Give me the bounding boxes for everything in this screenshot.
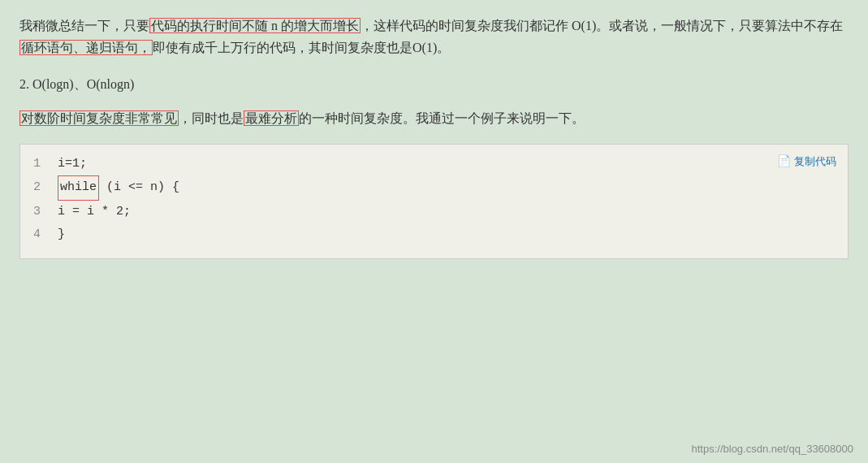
- highlight-log-common: 对数阶时间复杂度非常常见: [19, 110, 179, 126]
- line-num-3: 3: [33, 201, 50, 224]
- highlight-execution-time: 代码的执行时间不随 n 的增大而增长: [149, 18, 361, 33]
- code-line-2: 2 while (i <= n) {: [33, 175, 835, 201]
- paragraph-1: 我稍微总结一下，只要代码的执行时间不随 n 的增大而增长，这样代码的时间复杂度我…: [19, 15, 849, 58]
- code-line-3: 3 i = i * 2;: [33, 201, 835, 224]
- copy-icon: 📄: [777, 151, 791, 173]
- page-container: 我稍微总结一下，只要代码的执行时间不随 n 的增大而增长，这样代码的时间复杂度我…: [0, 0, 868, 463]
- footer-url: https://blog.csdn.net/qq_33608000: [692, 443, 854, 455]
- code-after-while: (i <= n) {: [99, 180, 179, 194]
- code-content-1: i=1;: [58, 153, 87, 176]
- highlight-loop-recursion: 循环语句、递归语句，: [19, 40, 153, 55]
- text-after-h2: 即使有成千上万行的代码，其时间复杂度也是O(1)。: [153, 41, 450, 54]
- text-before-h1: 我稍微总结一下，只要: [19, 19, 149, 32]
- code-content-2: while (i <= n) {: [58, 175, 179, 201]
- highlight-hardest: 最难分析: [244, 110, 299, 126]
- text-end: 的一种时间复杂度。我通过一个例子来说明一下。: [299, 111, 585, 125]
- paragraph-2: 对数阶时间复杂度非常常见，同时也是最难分析的一种时间复杂度。我通过一个例子来说明…: [19, 107, 849, 129]
- line-num-4: 4: [33, 223, 50, 247]
- text-middle: ，同时也是: [179, 111, 244, 125]
- code-block: 📄 复制代码 1 i=1; 2 while (i <= n) { 3 i = i…: [19, 144, 849, 259]
- code-content-3: i = i * 2;: [58, 201, 131, 224]
- copy-button[interactable]: 📄 复制代码: [777, 151, 836, 173]
- code-line-1: 1 i=1;: [33, 153, 835, 176]
- line-num-2: 2: [33, 176, 50, 200]
- copy-button-label[interactable]: 复制代码: [794, 152, 836, 172]
- text-after-h1: ，这样代码的时间复杂度我们都记作 O(1)。或者说，一般情况下，只要算法中不存在: [361, 19, 843, 32]
- section-title: 2. O(logn)、O(nlogn): [19, 73, 849, 95]
- code-content-4: }: [58, 223, 65, 247]
- code-line-4: 4 }: [33, 223, 835, 247]
- while-keyword: while: [58, 175, 99, 201]
- line-num-1: 1: [33, 153, 50, 176]
